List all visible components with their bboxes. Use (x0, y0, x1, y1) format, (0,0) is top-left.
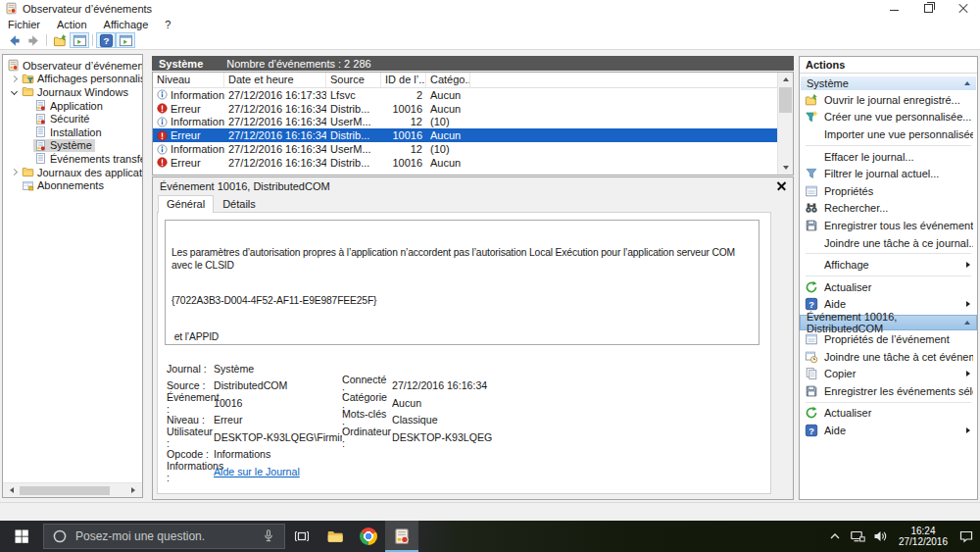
event-row[interactable]: Erreur 27/12/2016 16:16:34 Distrib... 10… (153, 156, 793, 170)
log-icon (34, 139, 47, 152)
action-proprietes[interactable]: Propriétés (800, 182, 977, 200)
start-button[interactable] (0, 521, 43, 552)
network-button[interactable] (847, 521, 869, 552)
task-icon (805, 350, 818, 364)
action-aide-evenement[interactable]: Aide (800, 422, 977, 439)
tree-item-application[interactable]: Application (3, 99, 142, 113)
event-row[interactable]: Information 27/12/2016 16:16:34 UserM...… (153, 116, 793, 129)
find-icon (805, 201, 818, 215)
actions-section-systeme[interactable]: Système (800, 75, 977, 91)
scroll-up-icon[interactable] (778, 73, 793, 86)
tree-item-installation[interactable]: Installation (3, 125, 142, 139)
selected-tree-node[interactable]: Système (33, 139, 95, 153)
actions-section-evenement[interactable]: Événement 10016, DistributedCOM (800, 315, 977, 330)
event-row[interactable]: Information 27/12/2016 16:17:33 Lfsvc 2 … (153, 88, 793, 102)
task-view-button[interactable] (285, 521, 318, 552)
scroll-down-icon[interactable] (778, 161, 793, 175)
cortana-search-box[interactable]: Posez-moi une question. (43, 524, 285, 549)
chevron-right-icon[interactable] (8, 170, 21, 175)
action-rechercher[interactable]: Rechercher... (800, 200, 977, 218)
action-joindre-tache-evenement[interactable]: Joindre une tâche à cet événement... (800, 348, 977, 366)
chevron-right-icon[interactable] (8, 76, 21, 81)
microphone-icon[interactable] (261, 528, 276, 544)
column-header-niveau[interactable]: Niveau (153, 73, 224, 87)
event-row-selected[interactable]: Erreur 27/12/2016 16:16:34 Distrib... 10… (153, 128, 793, 142)
chevron-down-icon[interactable] (8, 89, 21, 94)
volume-button[interactable] (869, 521, 892, 552)
information-icon (157, 89, 168, 100)
scrollbar-thumb[interactable] (779, 87, 792, 113)
tree-horizontal-scrollbar[interactable] (3, 482, 142, 497)
scrollbar-thumb[interactable] (20, 486, 110, 495)
close-icon (958, 4, 968, 14)
chrome-button[interactable] (352, 521, 385, 552)
tree-item-securite[interactable]: Sécurité (3, 112, 142, 125)
action-ouvrir-journal[interactable]: Ouvrir le journal enregistré... (800, 91, 977, 109)
forward-button[interactable] (24, 32, 43, 48)
menu-aide[interactable]: ? (165, 19, 171, 30)
action-enregistrer-selection[interactable]: Enregistrer les événements sélectio... (800, 382, 977, 400)
column-header-categorie[interactable]: Catégo... (426, 73, 470, 87)
actions-pane: Actions Système Ouvrir le journal enregi… (799, 56, 978, 500)
tab-details[interactable]: Détails (214, 195, 265, 213)
action-importer-vue[interactable]: Importer une vue personnalisée... (800, 125, 977, 143)
tree-item-abonnements[interactable]: Abonnements (3, 178, 142, 192)
event-count: Nombre d’événements : 2 286 (226, 58, 370, 70)
open-saved-log-button[interactable] (50, 32, 70, 48)
action-enregistrer-tous[interactable]: Enregistrer tous les événements so... (800, 217, 977, 234)
tree-item-journaux-applications[interactable]: Journaux des applications et (3, 166, 142, 179)
column-header-source[interactable]: Source (326, 73, 381, 87)
action-actualiser-evenement[interactable]: Actualiser (800, 405, 977, 423)
taskbar-clock[interactable]: 16:24 27/12/2016 (899, 526, 948, 548)
events-vertical-scrollbar[interactable] (777, 73, 793, 175)
field-value: Système (214, 363, 342, 375)
tab-general[interactable]: Général (158, 195, 214, 213)
field-value: Erreur (214, 414, 342, 426)
tree-item-label: Observateur d’événements (Loc (23, 60, 142, 72)
action-copier[interactable]: Copier (800, 365, 977, 382)
help-button[interactable] (96, 32, 116, 48)
tray-chevron-button[interactable] (824, 521, 847, 552)
tree-item-label: Application (50, 100, 103, 112)
minimize-button[interactable] (877, 0, 911, 17)
event-row[interactable]: Information 27/12/2016 16:16:34 UserM...… (153, 142, 793, 156)
action-proprietes-evenement[interactable]: Propriétés de l’événement (800, 330, 977, 348)
close-details-icon[interactable] (777, 181, 786, 190)
scroll-left-icon[interactable] (7, 487, 14, 493)
column-header-id[interactable]: ID de l’... (381, 73, 426, 87)
action-pane-toggle-button[interactable] (116, 32, 135, 48)
scroll-right-icon[interactable] (131, 487, 138, 493)
menubar: Fichier Action Affichage ? (0, 17, 980, 31)
tree-item-journaux-windows[interactable]: Journaux Windows (3, 85, 142, 99)
field-label: Journal : (167, 363, 214, 375)
tree-item-systeme[interactable]: Système (3, 139, 142, 153)
list-pane-header: Système Nombre d’événements : 2 286 (152, 56, 794, 71)
events-list: Niveau Date et heure Source ID de l’... … (152, 72, 794, 176)
event-row[interactable]: Erreur 27/12/2016 16:16:34 Distrib... 10… (153, 102, 793, 116)
action-filtrer-journal[interactable]: Filtrer le journal actuel... (800, 165, 977, 182)
action-creer-vue[interactable]: Créer une vue personnalisée... (800, 109, 977, 126)
field-label: Utilisateur : (167, 426, 214, 449)
action-joindre-tache-journal[interactable]: Joindre une tâche à ce journal... (800, 234, 977, 252)
menu-affichage[interactable]: Affichage (104, 19, 149, 30)
file-explorer-button[interactable] (318, 521, 352, 552)
action-actualiser[interactable]: Actualiser (800, 278, 977, 296)
action-center-button[interactable] (955, 521, 977, 552)
event-description[interactable]: Les paramètres d’autorisation propres à … (165, 220, 760, 345)
menu-action[interactable]: Action (57, 19, 87, 30)
collapse-icon[interactable] (964, 318, 970, 325)
close-button[interactable] (946, 0, 980, 17)
menu-fichier[interactable]: Fichier (8, 19, 40, 30)
action-affichage[interactable]: Affichage (800, 256, 977, 274)
tree-item-root[interactable]: Observateur d’événements (Loc (3, 59, 142, 73)
action-effacer-journal[interactable]: Effacer le journal... (800, 148, 977, 166)
tree-item-affichages-personnalises[interactable]: Affichages personnalisés (3, 73, 142, 86)
tree-item-evenements-transferes[interactable]: Événements transférés (3, 152, 142, 166)
back-button[interactable] (4, 32, 24, 48)
collapse-icon[interactable] (964, 78, 970, 85)
console-tree-toggle-button[interactable] (70, 32, 89, 48)
restore-button[interactable] (911, 0, 946, 17)
column-header-date[interactable]: Date et heure (224, 73, 326, 87)
event-viewer-taskbar-button[interactable] (385, 521, 418, 552)
journal-help-link[interactable]: Aide sur le Journal (214, 466, 342, 477)
